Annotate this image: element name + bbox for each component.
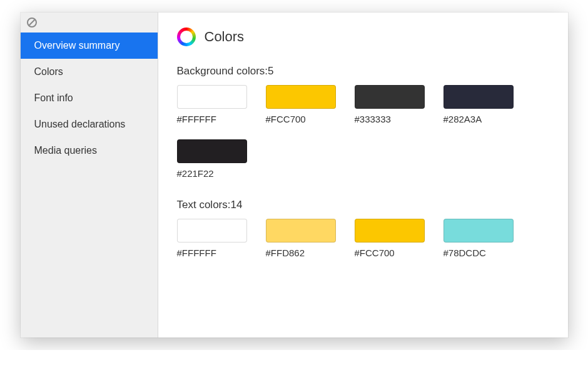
text-colors-section: Text colors:14 #FFFFFF #FFD862 #FCC700: [177, 199, 549, 258]
sidebar-item-label: Overview summary: [34, 40, 120, 51]
clear-icon[interactable]: [27, 18, 37, 28]
css-overview-panel: Overview summary Colors Font info Unused…: [21, 12, 568, 338]
section-heading: Text colors:14: [177, 199, 549, 211]
swatch-box: [177, 85, 247, 109]
swatch-box: [177, 139, 247, 163]
sidebar-item-media-queries[interactable]: Media queries: [21, 138, 158, 164]
sidebar: Overview summary Colors Font info Unused…: [21, 12, 158, 338]
sidebar-item-label: Unused declarations: [34, 119, 126, 129]
text-swatches: #FFFFFF #FFD862 #FCC700 #78DCDC: [177, 219, 549, 258]
color-swatch[interactable]: #282A3A: [444, 85, 514, 124]
color-swatch[interactable]: #333333: [355, 85, 425, 124]
swatch-box: [444, 85, 514, 109]
swatch-box: [355, 219, 425, 242]
section-label: Text colors:: [177, 199, 231, 211]
sidebar-item-label: Font info: [34, 92, 73, 103]
swatch-label: #78DCDC: [444, 248, 514, 258]
color-swatch[interactable]: #FFD862: [266, 219, 336, 258]
swatch-box: [355, 85, 425, 109]
color-swatch[interactable]: #221F22: [177, 139, 247, 179]
swatch-label: #FFFFFF: [177, 248, 247, 258]
sidebar-item-label: Colors: [34, 66, 63, 77]
color-swatch[interactable]: #FFFFFF: [177, 85, 247, 124]
swatch-label: #FCC700: [266, 114, 336, 124]
content-header: Colors: [177, 28, 549, 46]
section-count: 14: [230, 199, 242, 211]
swatch-box: [266, 219, 336, 242]
swatch-box: [444, 219, 514, 242]
swatch-label: #221F22: [177, 168, 247, 179]
color-swatch[interactable]: #FFFFFF: [177, 219, 247, 258]
section-count: 5: [268, 65, 273, 77]
swatch-label: #FFFFFF: [177, 114, 247, 124]
sidebar-header: [21, 12, 158, 32]
swatch-box: [266, 85, 336, 109]
swatch-label: #FFD862: [266, 248, 336, 258]
page-title: Colors: [205, 29, 245, 45]
color-swatch[interactable]: #FCC700: [266, 85, 336, 124]
sidebar-item-overview-summary[interactable]: Overview summary: [21, 32, 158, 59]
background-colors-section: Background colors:5 #FFFFFF #FCC700 #333…: [177, 65, 549, 179]
background-swatches: #FFFFFF #FCC700 #333333 #282A3A #221F22: [177, 85, 549, 179]
swatch-label: #282A3A: [444, 114, 514, 124]
section-label: Background colors:: [177, 65, 268, 77]
color-swatch[interactable]: #FCC700: [355, 219, 425, 258]
colors-icon: [177, 28, 196, 46]
swatch-label: #FCC700: [355, 248, 425, 258]
swatch-box: [177, 219, 247, 242]
sidebar-item-font-info[interactable]: Font info: [21, 85, 158, 111]
sidebar-item-colors[interactable]: Colors: [21, 59, 158, 85]
swatch-label: #333333: [355, 114, 425, 124]
content-area: Colors Background colors:5 #FFFFFF #FCC7…: [158, 12, 568, 338]
color-swatch[interactable]: #78DCDC: [444, 219, 514, 258]
sidebar-item-label: Media queries: [34, 145, 98, 156]
section-heading: Background colors:5: [177, 65, 549, 78]
sidebar-item-unused-declarations[interactable]: Unused declarations: [21, 111, 158, 138]
